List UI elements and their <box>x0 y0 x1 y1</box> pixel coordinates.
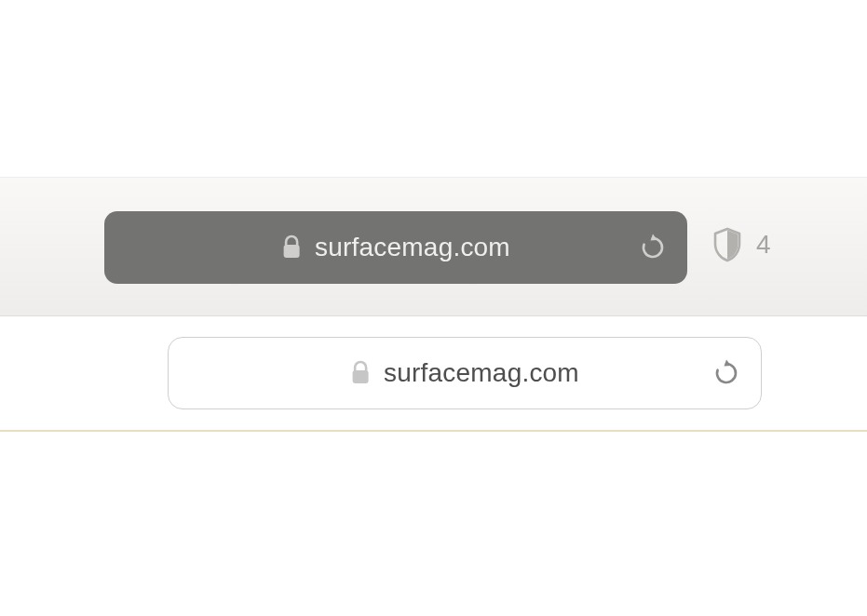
url-text: surfacemag.com <box>315 233 510 262</box>
shield-icon <box>711 226 743 263</box>
url-text: surfacemag.com <box>384 358 579 388</box>
lock-icon <box>281 234 302 261</box>
address-center-light: surfacemag.com <box>350 358 579 388</box>
privacy-shield-group[interactable]: 4 <box>711 226 771 263</box>
address-center-dark: surfacemag.com <box>281 233 510 262</box>
reload-icon[interactable] <box>639 234 667 261</box>
address-bar-light[interactable]: surfacemag.com <box>168 337 762 409</box>
lock-icon <box>350 360 371 386</box>
svg-rect-1 <box>353 370 369 383</box>
address-bar-dark[interactable]: surfacemag.com <box>104 211 687 284</box>
svg-rect-0 <box>284 245 300 258</box>
privacy-count: 4 <box>756 230 771 260</box>
reload-icon[interactable] <box>712 359 740 387</box>
divider-line <box>0 430 867 432</box>
app-card: surfacemag.com 4 surfacemag. <box>0 0 867 616</box>
